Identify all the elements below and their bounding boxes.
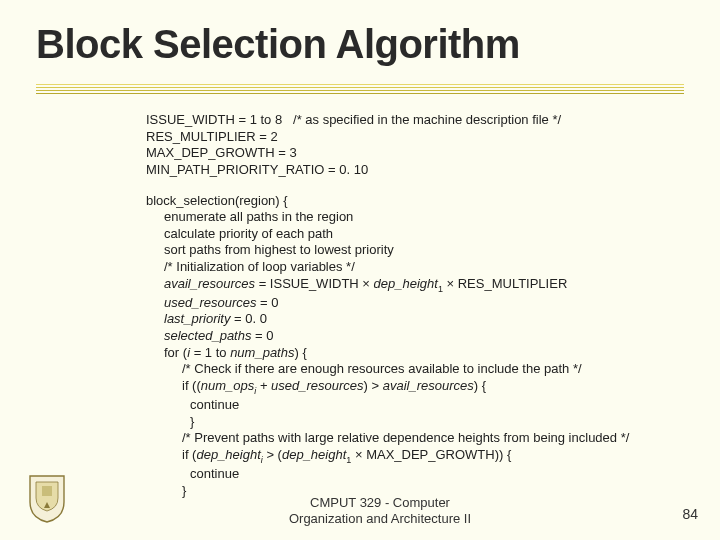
param-max-dep-growth: MAX_DEP_GROWTH = 3 [146,145,686,162]
footer-course-line2: Organization and Architecture II [260,511,500,527]
line-continue-2: continue [146,466,686,483]
footer-course: CMPUT 329 - Computer Organization and Ar… [260,495,500,528]
line-prevent-comment: /* Prevent paths with large relative dep… [146,430,686,447]
line-selected-paths: selected_paths = 0 [146,328,686,345]
line-sort: sort paths from highest to lowest priori… [146,242,686,259]
fn-open: block_selection(region) { [146,193,686,210]
param-issue-width: ISSUE_WIDTH = 1 to 8 /* as specified in … [146,112,686,129]
line-continue-1: continue [146,397,686,414]
footer-course-line1: CMPUT 329 - Computer [260,495,500,511]
line-avail-resources: avail_resources = ISSUE_WIDTH × dep_heig… [146,276,686,295]
slide-title: Block Selection Algorithm [36,22,520,67]
line-if-resources: if ((num_opsi + used_resources) > avail_… [146,378,686,397]
slide: Block Selection Algorithm ISSUE_WIDTH = … [0,0,720,540]
line-calc-priority: calculate priority of each path [146,226,686,243]
university-seal-icon [26,472,68,524]
slide-body: ISSUE_WIDTH = 1 to 8 /* as specified in … [146,112,686,499]
line-close-1: } [146,414,686,431]
line-if-dep-height: if (dep_heighti > (dep_height1 × MAX_DEP… [146,447,686,466]
line-enumerate: enumerate all paths in the region [146,209,686,226]
title-underline [36,84,684,96]
algorithm-block: block_selection(region) { enumerate all … [146,193,686,500]
line-init-comment: /* Initialization of loop variables */ [146,259,686,276]
param-min-path-priority: MIN_PATH_PRIORITY_RATIO = 0. 10 [146,162,686,179]
line-check-comment: /* Check if there are enough resources a… [146,361,686,378]
line-last-priority: last_priority = 0. 0 [146,311,686,328]
line-used-resources: used_resources = 0 [146,295,686,312]
page-number: 84 [682,506,698,522]
line-for: for (i = 1 to num_paths) { [146,345,686,362]
param-res-multiplier: RES_MULTIPLIER = 2 [146,129,686,146]
svg-rect-0 [42,486,52,496]
